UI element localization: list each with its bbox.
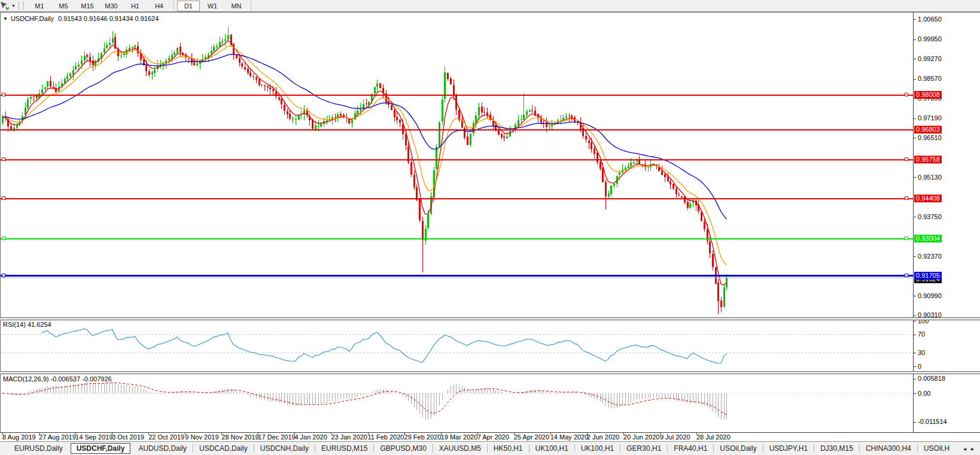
hline-price-badge: 0.98008 bbox=[914, 91, 942, 99]
toolbar-separator bbox=[251, 1, 251, 10]
chart-tab-usdcad-daily[interactable]: USDCAD,Daily bbox=[193, 444, 254, 453]
hline-price-badge: 0.94408 bbox=[914, 195, 942, 202]
timeframe-button-m15[interactable]: M15 bbox=[76, 1, 99, 11]
cursor-icon bbox=[0, 1, 10, 10]
rsi-line bbox=[42, 329, 727, 363]
date-axis-label: 4 Jan 2020 bbox=[294, 433, 327, 441]
chart-tabbar: EURUSD,DailyUSDCHF,DailyAUDUSD,DailyUSDC… bbox=[0, 441, 980, 455]
tab-scroll-arrows: ◂ ▸ bbox=[958, 442, 979, 455]
hline-handle[interactable] bbox=[905, 196, 908, 200]
chart-tab-uk100-h1[interactable]: UK100,H1 bbox=[529, 444, 574, 453]
macd-axis-label: 0.00 bbox=[918, 390, 930, 397]
timeframe-button-m30[interactable]: M30 bbox=[100, 1, 123, 11]
timeframe-button-mn[interactable]: MN bbox=[225, 1, 248, 11]
ma-slow-line bbox=[2, 54, 727, 219]
tab-scroll-left-icon[interactable]: ◂ bbox=[963, 445, 966, 452]
date-axis-label: 25 Apr 2020 bbox=[514, 433, 549, 441]
timeframe-button-h4[interactable]: H4 bbox=[148, 1, 171, 11]
pane-splitter-rsi[interactable] bbox=[0, 317, 980, 320]
macd-axis-label: -0.011514 bbox=[918, 418, 947, 425]
hline-handle[interactable] bbox=[905, 274, 908, 277]
hline-price-badge: 0.93004 bbox=[914, 235, 942, 242]
toolbar-grip[interactable] bbox=[23, 2, 24, 10]
chart-tab-xauusd-m5[interactable]: XAUUSD,M5 bbox=[433, 444, 487, 453]
timeframe-button-w1[interactable]: W1 bbox=[201, 1, 224, 11]
price-axis-label: 1.00650 bbox=[918, 16, 942, 23]
chart-tab-hk50-h1[interactable]: HK50,H1 bbox=[488, 444, 529, 453]
date-axis-label: 2 Jun 2020 bbox=[587, 433, 619, 441]
pane-splitter-macd[interactable] bbox=[0, 371, 980, 374]
candlestick-series bbox=[2, 27, 728, 314]
date-axis-label: 27 Aug 2019 bbox=[39, 433, 76, 441]
chart-plot bbox=[0, 12, 980, 441]
hline-handle[interactable] bbox=[2, 157, 5, 161]
macd-histogram bbox=[3, 382, 727, 420]
timeframe-button-m1[interactable]: M1 bbox=[28, 1, 51, 11]
hline-handle[interactable] bbox=[905, 157, 908, 161]
chart-tab-eurusd-m15[interactable]: EURUSD,M15 bbox=[315, 444, 373, 453]
toolbar-separator bbox=[19, 1, 19, 10]
price-axis-label: 0.99270 bbox=[918, 55, 942, 62]
chart-tab-usdcnh-daily[interactable]: USDCNH,Daily bbox=[254, 444, 315, 453]
chart-tab-usdjpy-h1[interactable]: USDJPY,H1 bbox=[763, 444, 814, 453]
date-axis-label: 14 Sep 2019 bbox=[75, 433, 112, 441]
price-axis-label: 0.95130 bbox=[918, 174, 942, 181]
hline-handle[interactable] bbox=[2, 274, 5, 277]
rsi-axis-label: 0 bbox=[918, 363, 921, 370]
timeframe-button-m5[interactable]: M5 bbox=[52, 1, 75, 11]
date-axis-label: 17 Dec 2019 bbox=[258, 433, 295, 441]
chart-tab-uk100-h1[interactable]: UK100,H1 bbox=[575, 444, 620, 453]
hline-handle[interactable] bbox=[905, 236, 908, 240]
tab-scroll-right-icon[interactable]: ▸ bbox=[971, 445, 974, 452]
date-axis-label: 22 Oct 2019 bbox=[148, 433, 184, 441]
timeframe-buttons: M1M5M15M30H1H4D1W1MN bbox=[28, 0, 254, 12]
date-axis-label: 29 Feb 2020 bbox=[404, 433, 442, 441]
macd-signal-line bbox=[2, 383, 727, 414]
symbol-dropdown-icon[interactable]: ▼ bbox=[3, 16, 8, 22]
date-axis-label: 9 Jul 2020 bbox=[660, 433, 690, 441]
date-axis-label: 8 Aug 2019 bbox=[2, 433, 36, 441]
chart-tab-dj30-m15[interactable]: DJ30,M15 bbox=[814, 444, 859, 453]
rsi-axis-label: 70 bbox=[918, 330, 925, 338]
chart-tab-fra40-h1[interactable]: FRA40,H1 bbox=[668, 444, 713, 453]
chart-tab-ger30-h1[interactable]: GER30,H1 bbox=[620, 444, 667, 453]
rsi-label: RSI(14) 41.6254 bbox=[3, 321, 51, 328]
chart-title: ▼ USDCHF,Daily 0.91543 0.91646 0.91434 0… bbox=[3, 15, 159, 22]
date-axis-label: 20 Jun 2020 bbox=[623, 433, 660, 441]
hline-handle[interactable] bbox=[2, 236, 5, 240]
chart-tab-gbpusd-m30[interactable]: GBPUSD,M30 bbox=[374, 444, 432, 453]
price-axis-label: 0.90990 bbox=[918, 292, 942, 299]
macd-label: MACD(12,26,9) -0.006537 -0.007926 bbox=[3, 375, 112, 383]
chart-tab-china300-h4[interactable]: CHINA300,H4 bbox=[860, 444, 917, 453]
mt4-window: ▼ M1M5M15M30H1H4D1W1MN ▼ USDCHF,Daily 0.… bbox=[0, 0, 980, 455]
timeframe-button-d1[interactable]: D1 bbox=[177, 1, 200, 11]
price-axis-label: 0.97190 bbox=[918, 114, 942, 122]
chart-tabs: EURUSD,DailyUSDCHF,DailyAUDUSD,DailyUSDC… bbox=[0, 442, 980, 455]
date-axis-label: 28 Nov 2019 bbox=[221, 433, 258, 441]
chart-tab-usdchf-daily[interactable]: USDCHF,Daily bbox=[71, 443, 131, 454]
price-axis-label: 0.99950 bbox=[918, 35, 942, 43]
chart-title-symbol: USDCHF,Daily bbox=[11, 15, 54, 22]
date-axis-label: 3 Oct 2019 bbox=[112, 433, 144, 441]
chart-area[interactable]: ▼ USDCHF,Daily 0.91543 0.91646 0.91434 0… bbox=[0, 12, 980, 441]
macd-axis-label: 0.005818 bbox=[918, 375, 945, 382]
hline-handle[interactable] bbox=[2, 93, 5, 96]
chart-tab-usoil-h[interactable]: USOil,H bbox=[918, 444, 955, 453]
hline-price-badge: 0.96803 bbox=[914, 126, 942, 134]
price-axis-label: 0.93750 bbox=[918, 213, 942, 220]
chart-tab-audusd-daily[interactable]: AUDUSD,Daily bbox=[132, 444, 193, 453]
cursor-tool-icon[interactable]: ▼ bbox=[0, 1, 16, 11]
ma-fast-line bbox=[2, 41, 727, 285]
rsi-axis-label: 30 bbox=[918, 349, 925, 356]
toolbar-separator bbox=[174, 1, 174, 10]
price-axis-label: 0.96510 bbox=[918, 134, 942, 141]
hline-handle[interactable] bbox=[2, 196, 5, 200]
timeframe-button-h1[interactable]: H1 bbox=[124, 1, 147, 11]
chart-tab-usoil-daily[interactable]: USOil,Daily bbox=[714, 444, 762, 453]
date-axis-label: 9 Nov 2019 bbox=[185, 433, 218, 441]
date-axis-label: 7 Apr 2020 bbox=[477, 433, 509, 441]
chart-tab-eurusd-daily[interactable]: EURUSD,Daily bbox=[8, 444, 69, 453]
hline-price-badge: 0.91705 bbox=[914, 272, 942, 280]
hline-handle[interactable] bbox=[905, 93, 908, 96]
tool-dropdown-icon[interactable]: ▼ bbox=[11, 4, 16, 8]
